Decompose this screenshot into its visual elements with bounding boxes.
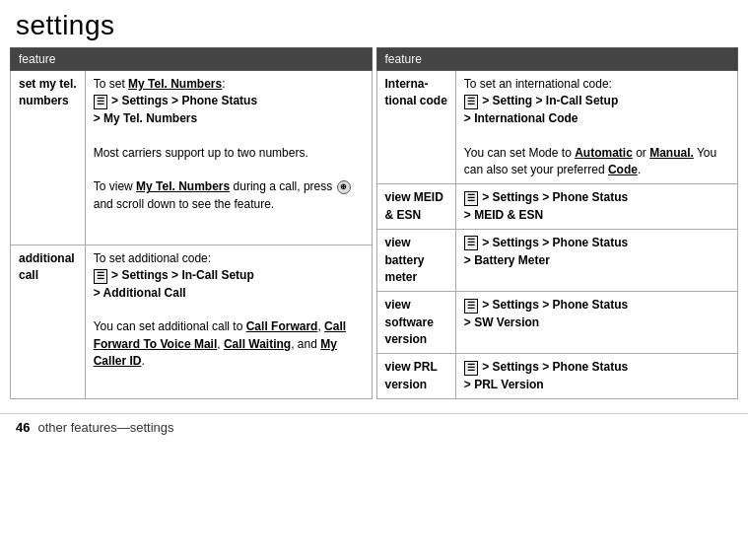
feature-name: view MEID& ESN <box>376 184 455 230</box>
feature-desc: ☰ > Settings > Phone Status> MEID & ESN <box>455 184 737 230</box>
page-label: other features—settings <box>37 420 173 435</box>
feature-name: viewsoftwareversion <box>376 292 455 354</box>
table-row: set my tel.numbers To set My Tel. Number… <box>11 71 373 245</box>
feature-name: set my tel.numbers <box>11 71 86 245</box>
feature-desc: ☰ > Settings > Phone Status> SW Version <box>455 292 737 354</box>
table-row: view PRLversion ☰ > Settings > Phone Sta… <box>376 354 738 399</box>
table-row: Interna-tional code To set an internatio… <box>376 71 738 184</box>
feature-desc: ☰ > Settings > Phone Status> PRL Version <box>455 354 737 399</box>
feature-desc: ☰ > Settings > Phone Status> Battery Met… <box>455 230 737 292</box>
feature-name: view PRLversion <box>376 354 455 399</box>
right-table: feature Interna-tional code To set an in… <box>376 47 739 399</box>
footer: 46 other features—settings <box>0 413 748 441</box>
left-table-header: feature <box>11 48 373 71</box>
feature-desc: To set My Tel. Numbers: ☰ > Settings > P… <box>85 71 372 245</box>
main-layout: feature set my tel.numbers To set My Tel… <box>0 47 748 409</box>
table-row: viewbatterymeter ☰ > Settings > Phone St… <box>376 230 738 292</box>
table-row: view MEID& ESN ☰ > Settings > Phone Stat… <box>376 184 738 230</box>
feature-name: additionalcall <box>11 245 86 398</box>
page-title: settings <box>0 0 748 47</box>
table-row: viewsoftwareversion ☰ > Settings > Phone… <box>376 292 738 354</box>
right-table-header: feature <box>376 48 738 71</box>
feature-desc: To set an international code: ☰ > Settin… <box>455 71 737 184</box>
feature-name: Interna-tional code <box>376 71 455 184</box>
left-table: feature set my tel.numbers To set My Tel… <box>10 47 373 399</box>
feature-name: viewbatterymeter <box>376 230 455 292</box>
page-number: 46 <box>16 420 30 435</box>
feature-desc: To set additional code: ☰ > Settings > I… <box>85 245 372 398</box>
table-row: additionalcall To set additional code: ☰… <box>11 245 373 398</box>
